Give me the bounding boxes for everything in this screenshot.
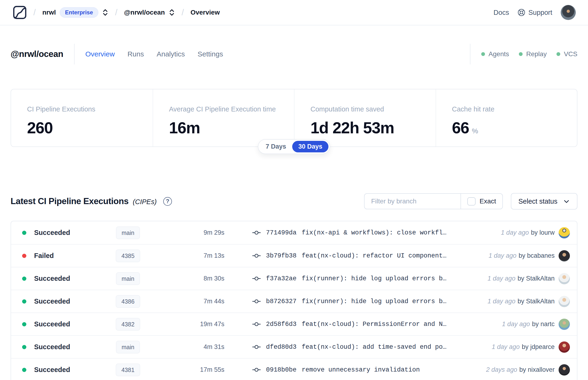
time-ago: 1 day ago: [492, 343, 520, 351]
range-7-days[interactable]: 7 Days: [259, 141, 292, 152]
breadcrumb-page: Overview: [190, 9, 220, 16]
branch-filter-group: Exact: [364, 193, 503, 209]
duration: 4m 31s: [156, 343, 224, 351]
git-commit-icon: [252, 321, 261, 327]
author-avatar: [559, 364, 570, 376]
author: by StalkAltan: [517, 275, 555, 282]
author: by nartc: [532, 321, 555, 328]
time-range-toggle: 7 Days 30 Days: [258, 139, 330, 154]
author-avatar: [559, 342, 570, 353]
commit-message: fix(runner): hide log upload errors b…: [302, 275, 447, 282]
cipes-title: Latest CI Pipeline Executions: [11, 196, 129, 206]
time-ago: 1 day ago: [501, 229, 529, 236]
tab-analytics[interactable]: Analytics: [157, 50, 185, 58]
branch-badge[interactable]: main: [116, 227, 140, 239]
status-label: Succeeded: [34, 229, 70, 237]
unfold-chevrons-icon[interactable]: [102, 8, 108, 17]
duration: 17m 55s: [156, 366, 224, 373]
org-plan-badge: Enterprise: [60, 7, 98, 18]
help-icon[interactable]: ?: [163, 197, 172, 206]
service-vcs[interactable]: VCS: [556, 50, 577, 58]
lifebuoy-icon: [517, 8, 525, 17]
support-link[interactable]: Support: [517, 8, 552, 17]
status-label: Succeeded: [34, 275, 70, 283]
service-agents[interactable]: Agents: [481, 50, 509, 58]
stats-card: CI Pipeline Executions 260 Average CI Pi…: [11, 89, 577, 147]
status-dot: [22, 299, 26, 304]
author: by lourw: [531, 229, 555, 236]
cipe-row[interactable]: Succeeded main 9m 29s 771499da fix(nx-ap…: [11, 221, 577, 244]
status-dot: [22, 254, 26, 258]
commit-hash: 2d58f6d3: [266, 321, 297, 328]
branch-filter-input[interactable]: [364, 194, 460, 209]
cipes-table: Succeeded main 9m 29s 771499da fix(nx-ap…: [11, 221, 577, 380]
branch-badge[interactable]: 4385: [116, 249, 140, 262]
cipe-row[interactable]: Succeeded main 4m 31s dfed80d3 feat(nx-c…: [11, 335, 577, 358]
commit-message: feat(nx-cloud): PermissionError and N…: [302, 321, 447, 328]
git-commit-icon: [252, 253, 261, 259]
nx-cloud-logo[interactable]: [13, 5, 27, 19]
author: by jdpearce: [522, 343, 555, 351]
status-label: Succeeded: [34, 366, 70, 374]
range-30-days[interactable]: 30 Days: [292, 141, 328, 152]
duration: 7m 44s: [156, 298, 224, 305]
cipe-row[interactable]: Succeeded main 8m 30s f37a32ae fix(runne…: [11, 267, 577, 290]
commit-hash: dfed80d3: [266, 343, 297, 351]
branch-badge[interactable]: main: [116, 272, 140, 285]
cipe-row[interactable]: Succeeded 4382 19m 47s 2d58f6d3 feat(nx-…: [11, 312, 577, 335]
exact-checkbox[interactable]: [467, 197, 475, 206]
author-avatar: [559, 273, 570, 284]
tab-overview[interactable]: Overview: [85, 50, 115, 58]
status-label: Succeeded: [34, 343, 70, 351]
breadcrumb-separator: /: [33, 7, 36, 18]
chevron-down-icon: [563, 198, 570, 205]
status-dot: [22, 231, 26, 235]
branch-badge[interactable]: main: [116, 341, 140, 353]
git-commit-icon: [252, 276, 261, 282]
cipes-filters: Exact Select status: [364, 193, 577, 209]
top-nav: / nrwl Enterprise / @nrwl/ocean / Overvi…: [0, 0, 588, 25]
commit-hash: f37a32ae: [266, 275, 297, 282]
service-replay[interactable]: Replay: [519, 50, 547, 58]
time-ago: 1 day ago: [488, 298, 515, 305]
time-ago: 1 day ago: [489, 252, 516, 259]
status-dot: [22, 368, 26, 372]
author: by StalkAltan: [517, 298, 555, 305]
breadcrumb-org-selector[interactable]: nrwl Enterprise: [42, 7, 108, 18]
stat-cache-hit-rate: Cache hit rate 66%: [436, 89, 577, 147]
unfold-chevrons-icon[interactable]: [169, 8, 175, 17]
author-avatar: [559, 296, 570, 307]
commit-hash: 771499da: [266, 229, 297, 236]
author: by bcabanes: [519, 252, 555, 259]
cipe-row[interactable]: Succeeded 4381 17m 55s 0918b0be remove u…: [11, 358, 577, 380]
tab-runs[interactable]: Runs: [128, 50, 144, 58]
cipe-row[interactable]: Succeeded 4386 7m 44s b8726327 fix(runne…: [11, 290, 577, 312]
user-avatar[interactable]: [561, 5, 576, 20]
time-ago: 1 day ago: [488, 275, 515, 282]
commit-message: fix(runner): hide log upload errors b…: [302, 298, 447, 305]
breadcrumb-workspace-name: @nrwl/ocean: [124, 9, 165, 16]
branch-badge[interactable]: 4386: [116, 295, 140, 308]
branch-badge[interactable]: 4381: [116, 363, 140, 376]
time-ago: 1 day ago: [502, 321, 530, 328]
workspace-tabs: Overview Runs Analytics Settings: [85, 50, 223, 58]
commit-message: feat(nx-cloud): refactor UI component…: [302, 252, 447, 259]
status-label: Failed: [34, 252, 54, 260]
cipe-row[interactable]: Failed 4385 7m 13s 3b79fb38 feat(nx-clou…: [11, 244, 577, 267]
duration: 7m 13s: [156, 252, 224, 259]
breadcrumb-org-name: nrwl: [42, 9, 56, 16]
breadcrumb-workspace-selector[interactable]: @nrwl/ocean: [124, 8, 175, 17]
tab-settings[interactable]: Settings: [198, 50, 223, 58]
status-label: Succeeded: [34, 320, 70, 328]
breadcrumb-separator: /: [182, 7, 184, 18]
workspace-header: @nrwl/ocean Overview Runs Analytics Sett…: [0, 25, 588, 64]
service-status-list: Agents Replay VCS: [481, 50, 577, 58]
select-status-dropdown[interactable]: Select status: [511, 193, 577, 209]
duration: 19m 47s: [156, 321, 224, 328]
commit-message: remove unnecessary invalidation: [302, 366, 420, 373]
docs-link[interactable]: Docs: [493, 9, 509, 17]
branch-badge[interactable]: 4382: [116, 318, 140, 331]
status-dot: [22, 345, 26, 349]
breadcrumb-separator: /: [115, 7, 117, 18]
cipes-subtitle: (CIPEs): [133, 198, 157, 206]
